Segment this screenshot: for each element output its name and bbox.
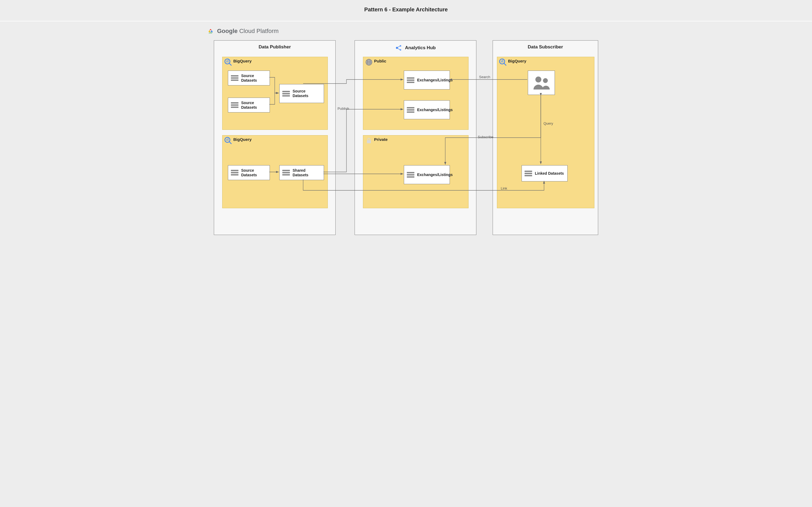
svg-rect-18 — [501, 60, 502, 62]
group-hub-title: Analytics Hub — [355, 41, 476, 55]
group-publisher-title: Data Publisher — [214, 41, 335, 53]
box-label: Exchanges/Listings — [417, 78, 453, 82]
box-source-datasets-2: Source Datasets — [228, 98, 270, 112]
database-icon — [407, 171, 414, 178]
svg-rect-6 — [227, 138, 229, 141]
svg-line-7 — [230, 142, 232, 144]
box-linked-datasets: Linked Datasets — [521, 165, 568, 181]
box-shared-datasets: Shared Datasets — [279, 165, 324, 180]
svg-point-9 — [400, 45, 401, 47]
page-title: Pattern 6 - Example Architecture — [0, 0, 812, 21]
box-source-datasets-merged: Source Datasets — [279, 84, 324, 103]
svg-rect-1 — [226, 60, 227, 62]
box-label: Source Datasets — [241, 101, 266, 110]
panel-publisher-bq-top: BigQuery Source Datasets Source Datasets… — [222, 57, 328, 130]
bigquery-icon — [499, 58, 507, 66]
box-exchanges-private: Exchanges/Listings — [404, 165, 450, 184]
globe-icon — [365, 58, 373, 66]
bigquery-icon — [224, 58, 232, 66]
box-exchanges-public-2: Exchanges/Listings — [404, 100, 450, 119]
panel-hub-private: Private Exchanges/Listings — [363, 135, 468, 208]
svg-line-20 — [504, 64, 506, 66]
database-icon — [231, 101, 239, 109]
database-icon — [524, 170, 532, 177]
share-icon — [395, 44, 402, 51]
svg-rect-2 — [227, 60, 229, 62]
database-icon — [282, 90, 290, 97]
box-label: Source Datasets — [241, 73, 266, 83]
database-icon — [231, 74, 239, 82]
database-icon — [231, 169, 239, 176]
group-publisher: Data Publisher BigQuery Source Datasets … — [214, 40, 336, 235]
group-subscriber: Data Subscriber BigQuery Linked Datasets — [493, 40, 598, 235]
box-label: Source Datasets — [293, 89, 320, 98]
box-label: Source Datasets — [241, 168, 266, 177]
panel-label-private: Private — [374, 137, 388, 142]
diagram-canvas: Google Cloud Platform Data Publisher Big… — [203, 21, 609, 258]
hub-title-text: Analytics Hub — [405, 45, 436, 51]
svg-line-11 — [398, 46, 400, 48]
bigquery-icon — [224, 136, 232, 145]
svg-point-0 — [225, 59, 230, 64]
google-cloud-icon — [207, 27, 214, 35]
box-label: Shared Datasets — [293, 168, 320, 177]
svg-rect-16 — [367, 140, 371, 143]
svg-point-4 — [225, 137, 230, 143]
box-source-datasets-1: Source Datasets — [228, 70, 270, 86]
svg-line-3 — [230, 64, 232, 66]
svg-point-17 — [500, 59, 505, 64]
svg-point-10 — [400, 49, 401, 51]
edge-link: Link — [501, 186, 507, 190]
edge-search: Search — [479, 75, 490, 79]
database-icon — [282, 169, 290, 176]
database-icon — [407, 76, 414, 84]
panel-label-subscriber-bq: BigQuery — [508, 59, 526, 63]
panel-subscriber-bq: BigQuery Linked Datasets — [497, 57, 594, 208]
svg-rect-19 — [502, 60, 503, 62]
edge-publish: Publish — [338, 107, 349, 111]
box-label: Exchanges/Listings — [417, 108, 453, 112]
panel-label-bq-bottom: BigQuery — [233, 137, 252, 142]
box-label: Exchanges/Listings — [417, 172, 453, 177]
brand-cloud: Cloud Platform — [239, 27, 279, 34]
svg-line-12 — [398, 48, 400, 50]
svg-point-22 — [543, 78, 548, 83]
group-analytics-hub: Analytics Hub Public Exchanges/Listings … — [355, 40, 476, 235]
gcp-brand: Google Cloud Platform — [207, 27, 278, 35]
box-label: Linked Datasets — [535, 171, 564, 176]
panel-label-public: Public — [374, 59, 386, 63]
lock-icon — [365, 137, 372, 144]
svg-point-21 — [536, 76, 541, 82]
database-icon — [407, 106, 414, 114]
edge-query: Query — [544, 121, 553, 125]
box-source-datasets-bottom: Source Datasets — [228, 165, 270, 180]
panel-publisher-bq-bottom: BigQuery Source Datasets Shared Datasets — [222, 135, 328, 208]
panel-hub-public: Public Exchanges/Listings Exchanges/List… — [363, 57, 468, 130]
svg-rect-5 — [226, 139, 227, 141]
box-users — [528, 70, 555, 95]
box-exchanges-public-1: Exchanges/Listings — [404, 70, 450, 90]
brand-google: Google — [217, 27, 238, 34]
edge-subscribe: Subscribe — [478, 135, 494, 139]
panel-label-bq-top: BigQuery — [233, 59, 252, 63]
users-icon — [532, 75, 551, 91]
group-subscriber-title: Data Subscriber — [493, 41, 598, 53]
